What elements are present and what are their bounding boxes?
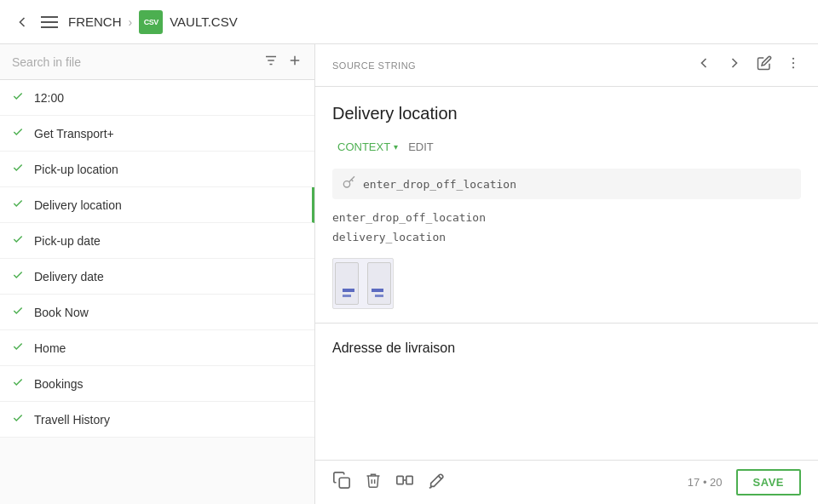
sidebar-item-label: Delivery date: [34, 270, 104, 284]
svg-point-6: [792, 62, 794, 64]
sidebar-item-delivery-location[interactable]: Delivery location: [0, 187, 314, 223]
content-header: SOURCE STRING: [315, 44, 818, 87]
main-layout: 12:00 Get Transport+ Pick-up location De…: [0, 44, 818, 504]
sidebar-item-12-00[interactable]: 12:00: [0, 80, 314, 116]
more-icon[interactable]: [786, 55, 801, 75]
translation-text[interactable]: Adresse de livraison: [332, 341, 801, 451]
breadcrumb-lang: FRENCH: [68, 14, 122, 29]
footer-right: 17 • 20 SAVE: [688, 469, 801, 495]
word-count: 17 • 20: [688, 476, 723, 489]
back-icon[interactable]: [14, 14, 31, 31]
edit-icon[interactable]: [757, 55, 772, 75]
content-panel: SOURCE STRING: [315, 44, 818, 504]
check-icon: [12, 269, 26, 284]
filter-icon[interactable]: [263, 53, 279, 71]
svg-point-8: [343, 181, 349, 187]
context-keys-list: enter_drop_off_location delivery_locatio…: [332, 208, 801, 248]
key-icon: [343, 175, 356, 192]
check-icon: [12, 305, 26, 319]
save-button[interactable]: SAVE: [736, 469, 801, 495]
check-icon: [12, 412, 26, 427]
sidebar-item-label: Delivery location: [34, 198, 122, 212]
breadcrumb-file: VAULT.CSV: [170, 14, 237, 29]
sidebar-search-bar: [0, 44, 314, 80]
svg-point-5: [792, 58, 794, 60]
search-input[interactable]: [12, 55, 256, 69]
sidebar-item-delivery-date[interactable]: Delivery date: [0, 259, 314, 295]
sidebar-item-get-transport[interactable]: Get Transport+: [0, 116, 314, 152]
source-string-label: SOURCE STRING: [332, 60, 416, 71]
tabs-row: CONTEXT ▾ EDIT: [332, 137, 801, 157]
sidebar-item-label: Home: [34, 341, 66, 355]
sidebar-item-pickup-location[interactable]: Pick-up location: [0, 152, 314, 187]
context-key-text: enter_drop_off_location: [363, 178, 516, 191]
svg-rect-9: [339, 478, 349, 488]
sidebar-list: 12:00 Get Transport+ Pick-up location De…: [0, 80, 314, 504]
context-box: enter_drop_off_location: [332, 169, 801, 199]
menu-icon[interactable]: [41, 16, 58, 28]
sidebar-item-label: Get Transport+: [34, 127, 114, 140]
split-icon[interactable]: [395, 471, 414, 494]
svg-rect-10: [397, 476, 403, 484]
prev-icon[interactable]: [695, 54, 712, 76]
next-icon[interactable]: [726, 54, 743, 76]
svg-line-13: [438, 476, 441, 479]
check-icon: [12, 162, 26, 176]
check-icon: [12, 90, 26, 105]
translation-section: Adresse de livraison: [315, 324, 818, 460]
svg-rect-11: [406, 476, 412, 484]
csv-file-icon: CSV: [139, 10, 163, 34]
tab-edit[interactable]: EDIT: [408, 140, 434, 153]
check-icon: [12, 233, 26, 248]
source-title: Delivery location: [332, 104, 801, 123]
breadcrumb-sep: ›: [129, 15, 133, 29]
spellcheck-icon[interactable]: [428, 471, 446, 494]
sidebar-item-label: Book Now: [34, 306, 89, 319]
sidebar-item-book-now[interactable]: Book Now: [0, 295, 314, 330]
sidebar-item-label: Travell History: [34, 413, 110, 427]
check-icon: [12, 126, 26, 140]
check-icon: [12, 341, 26, 355]
sidebar-item-pickup-date[interactable]: Pick-up date: [0, 223, 314, 259]
check-icon: [12, 198, 26, 212]
topnav: FRENCH › CSV VAULT.CSV: [0, 0, 818, 44]
footer-toolbar: 17 • 20 SAVE: [315, 460, 818, 504]
add-icon[interactable]: [287, 53, 302, 71]
content-header-actions: [695, 54, 801, 76]
context-screenshot: [332, 258, 394, 309]
check-icon: [12, 376, 26, 391]
source-section: Delivery location CONTEXT ▾ EDIT enter_d…: [315, 87, 818, 324]
sidebar-item-home[interactable]: Home: [0, 330, 314, 366]
sidebar-search-actions: [263, 53, 302, 71]
sidebar-item-label: 12:00: [34, 91, 64, 105]
copy-source-icon[interactable]: [332, 471, 351, 494]
sidebar-item-bookings[interactable]: Bookings: [0, 366, 314, 402]
breadcrumb: FRENCH › CSV VAULT.CSV: [68, 10, 238, 34]
footer-tools: [332, 471, 446, 494]
sidebar-item-label: Pick-up location: [34, 163, 118, 176]
sidebar-item-travell-history[interactable]: Travell History: [0, 402, 314, 438]
delete-icon[interactable]: [365, 472, 382, 493]
sidebar: 12:00 Get Transport+ Pick-up location De…: [0, 44, 315, 504]
sidebar-item-label: Pick-up date: [34, 234, 101, 248]
svg-point-7: [792, 66, 794, 68]
tab-context[interactable]: CONTEXT ▾: [332, 137, 403, 157]
sidebar-item-label: Bookings: [34, 377, 84, 391]
